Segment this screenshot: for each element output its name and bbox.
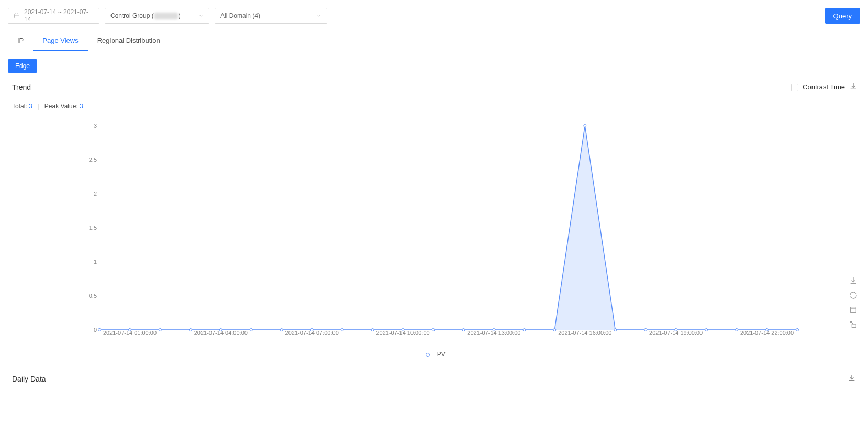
domain-value: All Domain (4) (220, 12, 260, 19)
tab-regional-distribution[interactable]: Regional Distribution (88, 31, 170, 51)
x-tick-label: 2021-07-14 01:00:00 (103, 330, 157, 336)
y-tick-label: 1.5 (81, 225, 97, 231)
svg-rect-30 (851, 307, 856, 313)
reset-icon[interactable] (849, 320, 858, 329)
svg-rect-32 (852, 324, 856, 327)
filter-bar: 2021-07-14 ~ 2021-07-14 Control Group ()… (0, 0, 868, 29)
total-label: Total: (12, 103, 29, 110)
chart-toolbar (849, 276, 858, 329)
control-group-value: Control Group () (110, 12, 181, 19)
x-tick-label: 2021-07-14 19:00:00 (649, 330, 703, 336)
y-tick-label: 3 (81, 122, 97, 129)
download-icon[interactable] (849, 82, 858, 92)
refresh-icon[interactable] (849, 291, 858, 299)
trend-title: Trend (12, 83, 31, 92)
y-tick-label: 0 (81, 327, 97, 333)
query-button[interactable]: Query (825, 8, 860, 24)
contrast-time-checkbox[interactable] (791, 84, 798, 91)
contrast-time-label: Contrast Time (803, 83, 845, 91)
chart-legend: PV (8, 351, 860, 358)
x-tick-label: 2021-07-14 04:00:00 (194, 330, 248, 336)
stats-row: Total: 3 | Peak Value: 3 (12, 103, 860, 110)
y-tick-label: 1 (81, 259, 97, 265)
y-tick-label: 2 (81, 191, 97, 197)
x-tick-label: 2021-07-14 13:00:00 (467, 330, 520, 336)
y-tick-label: 0.5 (81, 293, 97, 299)
x-tick-label: 2021-07-14 22:00:00 (740, 330, 794, 336)
chevron-down-icon (198, 13, 204, 18)
edge-button[interactable]: Edge (8, 59, 37, 73)
download-icon[interactable] (849, 276, 858, 285)
legend-series-label: PV (437, 351, 446, 358)
x-tick-label: 2021-07-14 07:00:00 (285, 330, 339, 336)
domain-select[interactable]: All Domain (4) (215, 8, 327, 24)
peak-label: Peak Value: (44, 103, 80, 110)
date-range-picker[interactable]: 2021-07-14 ~ 2021-07-14 (8, 8, 99, 24)
calendar-icon (14, 13, 20, 19)
date-range-value: 2021-07-14 ~ 2021-07-14 (24, 8, 94, 23)
download-icon[interactable] (848, 374, 856, 384)
daily-data-header: Daily Data (12, 374, 856, 384)
legend-marker-icon (422, 352, 433, 357)
redacted-text (154, 13, 178, 19)
total-value: 3 (29, 103, 32, 110)
control-group-select[interactable]: Control Group () (105, 8, 209, 24)
chart: 00.511.522.53 2021-07-14 01:00:002021-07… (60, 120, 808, 345)
chevron-down-icon (316, 13, 321, 18)
daily-data-title: Daily Data (12, 375, 46, 383)
x-tick-label: 2021-07-14 10:00:00 (376, 330, 429, 336)
x-tick-label: 2021-07-14 16:00:00 (558, 330, 611, 336)
zoom-icon[interactable] (849, 306, 858, 314)
tabs: IPPage ViewsRegional Distribution (0, 31, 868, 51)
svg-rect-0 (15, 14, 19, 18)
y-tick-label: 2.5 (81, 156, 97, 163)
trend-header: Trend Contrast Time (8, 82, 860, 92)
peak-value: 3 (80, 103, 83, 110)
tab-ip[interactable]: IP (8, 31, 33, 51)
tab-page-views[interactable]: Page Views (33, 31, 87, 51)
